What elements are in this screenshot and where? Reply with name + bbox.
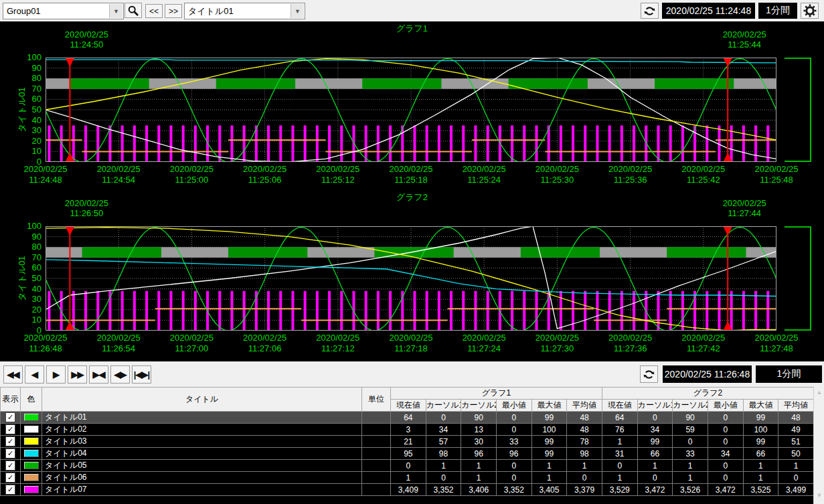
series-steps-タイトル06 xyxy=(46,140,776,151)
stat-header: 最大値 xyxy=(743,400,778,412)
table-row[interactable]: ✓タイトル0233413010048763459010049 xyxy=(1,424,814,436)
start-datetime-display[interactable]: 2020/02/25 11:24:48 xyxy=(662,3,755,19)
graph2-datetime-display[interactable]: 2020/02/25 11:26:48 xyxy=(663,365,752,383)
visibility-checkbox[interactable]: ✓ xyxy=(5,473,15,483)
stat-value: 64 xyxy=(391,412,426,424)
stat-value: 31 xyxy=(602,448,637,460)
series-bar-タイトル07 xyxy=(157,125,160,162)
visibility-checkbox[interactable]: ✓ xyxy=(5,448,15,458)
series-bar-タイトル07 xyxy=(706,125,708,162)
series-bar-タイトル07 xyxy=(255,125,258,162)
stat-value: 59 xyxy=(673,424,708,436)
x-tick-date: 2020/02/25 xyxy=(736,333,817,343)
series-bar-タイトル07 xyxy=(706,291,708,331)
cursors-apart-button[interactable]: ◀▶ xyxy=(110,365,130,384)
graph2-x-tick-label: 2020/02/2511:27:42 xyxy=(663,333,744,354)
x-tick-time: 11:27:42 xyxy=(663,343,744,354)
graph2-cursor1-handle-bottom[interactable] xyxy=(65,321,74,331)
x-tick-time: 11:27:48 xyxy=(736,343,817,354)
stat-header: カーソル2 xyxy=(673,400,708,412)
graph1-cursor2-handle-top[interactable] xyxy=(723,58,732,67)
series-bar-タイトル07 xyxy=(279,291,282,331)
graph2-cursor2-handle-bottom[interactable] xyxy=(723,321,732,331)
graph1-x-tick-label: 2020/02/2511:25:36 xyxy=(590,164,671,185)
title-select[interactable]: タイトル01 ▼ xyxy=(184,3,305,19)
cursor2-time: 11:25:44 xyxy=(701,39,788,50)
refresh-button[interactable] xyxy=(641,3,659,19)
search-button[interactable] xyxy=(125,3,142,18)
table-scrollbar[interactable]: ▲ ▼ xyxy=(813,387,824,504)
prev-title-button[interactable]: << xyxy=(145,4,163,18)
stat-header: 現在値 xyxy=(602,400,637,412)
x-tick-date: 2020/02/25 xyxy=(298,164,378,175)
series-bar-タイトル07 xyxy=(291,291,294,331)
stat-value: 13 xyxy=(461,424,497,436)
series-bar-タイトル07 xyxy=(560,125,562,162)
step-back-button[interactable]: ◀ xyxy=(25,365,44,384)
x-tick-date: 2020/02/25 xyxy=(5,333,86,343)
stat-value: 1 xyxy=(426,460,461,472)
visibility-checkbox[interactable]: ✓ xyxy=(5,436,15,446)
graph1-cursor1-handle-bottom[interactable] xyxy=(65,153,74,162)
stat-header: カーソル1 xyxy=(637,400,673,412)
stat-value: 3,406 xyxy=(461,484,497,496)
cursor1-time: 11:26:50 xyxy=(43,208,130,218)
graph2-cursor1-handle-top[interactable] xyxy=(65,226,74,236)
series-bar-タイトル07 xyxy=(462,125,465,162)
next-title-button[interactable]: >> xyxy=(165,4,182,18)
series-bar-タイトル07 xyxy=(291,125,294,162)
graph1-x-tick-label: 2020/02/2511:25:12 xyxy=(298,164,378,185)
table-row[interactable]: ✓タイトル03215730339978199009951 xyxy=(1,436,814,448)
time-span-display[interactable]: 1分間 xyxy=(758,3,797,19)
graph2-time-span-display[interactable]: 1分間 xyxy=(756,365,822,383)
graph1-svg xyxy=(46,58,776,162)
graph1-cursor2-handle-bottom[interactable] xyxy=(723,153,732,162)
graph1-cursor1-handle-top[interactable] xyxy=(65,58,74,67)
stat-value: 96 xyxy=(461,448,497,460)
series-bar-タイトル07 xyxy=(499,291,501,331)
cursors-together-button[interactable]: ▶◀ xyxy=(89,365,108,384)
series-line-タイトル01 xyxy=(46,228,776,331)
x-tick-date: 2020/02/25 xyxy=(5,164,86,175)
visibility-checkbox[interactable]: ✓ xyxy=(5,424,15,434)
refresh-button-bottom[interactable] xyxy=(640,365,658,383)
graph2-x-tick-label: 2020/02/2511:26:54 xyxy=(78,333,159,354)
scroll-down-icon[interactable]: ▼ xyxy=(814,490,824,501)
settings-button[interactable] xyxy=(801,3,819,19)
stat-header: 最小値 xyxy=(496,400,531,412)
series-bar-タイトル07 xyxy=(669,125,672,162)
fast-forward-button[interactable]: ▶▶ xyxy=(68,365,87,384)
stat-value: 34 xyxy=(637,424,673,436)
group-select[interactable]: Group01 ▼ xyxy=(3,3,124,19)
table-row[interactable]: ✓タイトル06101010101010 xyxy=(1,472,814,484)
series-bar-タイトル07 xyxy=(304,291,307,331)
graph1-y-tick-label: 80 xyxy=(12,73,42,83)
visibility-checkbox[interactable]: ✓ xyxy=(5,460,15,471)
series-bar-タイトル07 xyxy=(657,125,659,162)
series-bar-タイトル07 xyxy=(438,291,440,331)
visibility-checkbox[interactable]: ✓ xyxy=(5,412,15,422)
table-row[interactable]: ✓タイトル04959896969998316633346650 xyxy=(1,448,814,460)
scroll-up-icon[interactable]: ▲ xyxy=(814,387,824,398)
fast-rewind-button[interactable]: ◀◀ xyxy=(3,365,23,384)
series-bar-タイトル07 xyxy=(352,291,355,331)
graph2-y-tick-label: 60 xyxy=(12,262,42,272)
chevron-down-icon[interactable]: ▼ xyxy=(291,4,304,18)
step-forward-button[interactable]: ▶ xyxy=(46,365,66,384)
series-bar-タイトル07 xyxy=(267,125,270,162)
stat-value: 0 xyxy=(496,412,531,424)
series-bar-タイトル07 xyxy=(487,125,489,162)
series-bar-タイトル07 xyxy=(718,125,720,162)
table-row[interactable]: ✓タイトル0164090099486409009948 xyxy=(1,412,814,424)
table-row[interactable]: ✓タイトル073,4093,3523,4063,3523,4053,3793,5… xyxy=(1,484,814,496)
chevron-down-icon[interactable]: ▼ xyxy=(109,4,122,18)
series-bar-タイトル07 xyxy=(608,291,611,331)
cursors-to-edges-button[interactable]: |◀▶| xyxy=(132,365,151,384)
visibility-checkbox[interactable]: ✓ xyxy=(5,485,15,495)
stat-value: 3 xyxy=(391,424,426,436)
graph1-x-tick-label: 2020/02/2511:24:48 xyxy=(5,164,86,185)
graph2-cursor2-handle-top[interactable] xyxy=(723,226,732,236)
table-row[interactable]: ✓タイトル05011011011011 xyxy=(1,460,814,472)
series-unit xyxy=(362,424,391,436)
series-bar-タイトル07 xyxy=(352,125,355,162)
